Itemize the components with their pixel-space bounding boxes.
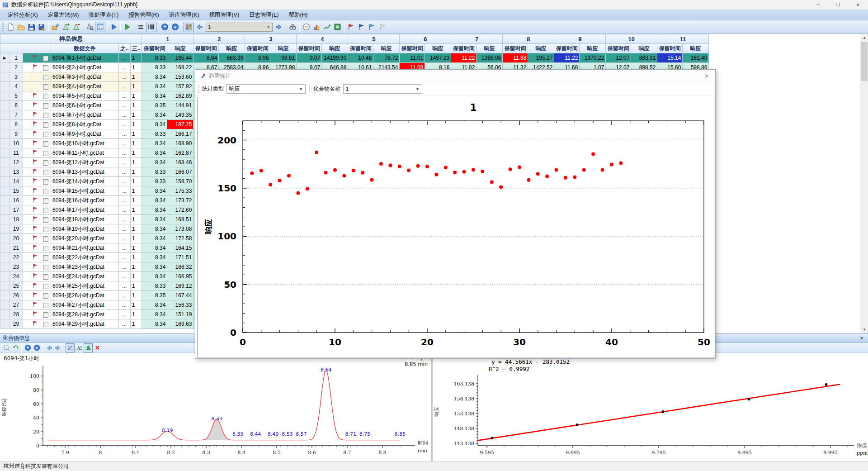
arrow-left-button[interactable]: [44, 343, 53, 352]
group-index-cell[interactable]: 1: [130, 196, 142, 205]
checkbox[interactable]: [43, 122, 48, 128]
row-marker[interactable]: [0, 291, 9, 300]
ellipsis-cell[interactable]: ...: [119, 262, 131, 272]
row-number[interactable]: 16: [9, 196, 23, 205]
response-cell[interactable]: 168.90: [167, 139, 193, 148]
row-marker[interactable]: [0, 234, 9, 243]
is-peak-button[interactable]: IS: [75, 343, 84, 352]
row-number[interactable]: 15: [9, 186, 23, 196]
row-marker[interactable]: [0, 243, 9, 253]
row-marker[interactable]: [0, 215, 9, 224]
ellipsis-cell[interactable]: ...: [119, 253, 131, 262]
row-flag[interactable]: [30, 243, 40, 253]
compound-name-select[interactable]: 1 ▼: [343, 84, 422, 94]
row-flag[interactable]: [30, 158, 40, 167]
response-cell[interactable]: 98.61: [270, 53, 297, 63]
retention-time-cell[interactable]: 11.01: [400, 53, 425, 63]
group-index-cell[interactable]: 1: [130, 272, 142, 281]
retention-time-cell[interactable]: 8.34: [142, 110, 167, 120]
group-index-cell[interactable]: 1: [130, 281, 142, 291]
response-cell[interactable]: 164.15: [167, 243, 193, 253]
run-single-button[interactable]: [108, 22, 119, 32]
row-checkbox[interactable]: [40, 224, 51, 234]
data-file-cell[interactable]: 6094-第29小时.gcDat: [51, 319, 119, 329]
menu-item[interactable]: 日志管理(L): [244, 10, 283, 20]
row-flag[interactable]: [30, 234, 40, 243]
row-checkbox[interactable]: [40, 148, 51, 158]
row-marker[interactable]: [0, 177, 9, 186]
response-cell[interactable]: 166.32: [167, 262, 193, 272]
ellipsis-cell[interactable]: ...: [119, 205, 131, 215]
data-file-cell[interactable]: 6094-第14小时.gcDat: [51, 177, 119, 186]
row-flag[interactable]: [30, 110, 40, 120]
retention-time-cell[interactable]: 8.34: [142, 224, 167, 234]
list-view-button[interactable]: [136, 22, 146, 32]
ellipsis-cell[interactable]: ...: [119, 310, 131, 319]
retention-time-cell[interactable]: 12.07: [606, 53, 631, 63]
row-flag[interactable]: [30, 196, 40, 205]
retention-time-cell[interactable]: 11.22: [451, 53, 476, 63]
group-index-cell[interactable]: 1: [130, 129, 142, 139]
row-number[interactable]: 20: [9, 234, 23, 243]
row-spacer[interactable]: [23, 291, 30, 300]
group-index-cell[interactable]: 1: [130, 72, 142, 82]
row-number[interactable]: 18: [9, 215, 23, 224]
compound-group-header[interactable]: 2: [193, 34, 245, 44]
group-index-cell[interactable]: 1: [130, 186, 142, 196]
row-spacer[interactable]: [23, 310, 30, 319]
flag-cyan-button[interactable]: [367, 22, 377, 32]
menu-item[interactable]: 批处理表(T): [84, 10, 123, 20]
next-sample-button[interactable]: [170, 22, 180, 32]
retention-time-cell[interactable]: 8.33: [142, 53, 167, 63]
row-checkbox[interactable]: [40, 253, 51, 262]
checkbox[interactable]: [43, 56, 48, 61]
data-file-cell[interactable]: 6094-第10小时.gcDat: [51, 139, 119, 148]
checkbox[interactable]: [43, 293, 48, 299]
row-marker[interactable]: [0, 205, 9, 215]
checkbox[interactable]: [43, 113, 48, 118]
row-spacer[interactable]: [23, 281, 30, 291]
ellipsis-cell[interactable]: ...: [119, 291, 131, 300]
ellipsis-cell[interactable]: ...: [119, 82, 131, 91]
checkbox[interactable]: [43, 94, 48, 99]
row-number[interactable]: 26: [9, 291, 23, 300]
row-flag[interactable]: [30, 139, 40, 148]
arrow-right-button[interactable]: [53, 343, 62, 352]
row-checkbox[interactable]: [40, 215, 51, 224]
ellipsis-cell[interactable]: ...: [119, 63, 131, 72]
ellipsis-cell[interactable]: ...: [119, 234, 131, 243]
response-cell[interactable]: 156.33: [167, 300, 193, 310]
retention-time-cell[interactable]: 8.34: [142, 120, 167, 129]
checkbox[interactable]: [43, 189, 48, 194]
checkbox[interactable]: [43, 208, 48, 213]
checkbox[interactable]: [43, 246, 48, 251]
row-checkbox[interactable]: [40, 110, 51, 120]
row-spacer[interactable]: [23, 253, 30, 262]
grid-view-button[interactable]: [184, 22, 194, 32]
response-cell[interactable]: 153.60: [167, 72, 193, 82]
menu-item[interactable]: 报告管理(R): [123, 10, 164, 20]
response-cell[interactable]: 173.08: [167, 224, 193, 234]
response-cell[interactable]: 149.35: [167, 110, 193, 120]
barcode-view-button[interactable]: [146, 22, 156, 32]
row-spacer[interactable]: [23, 196, 30, 205]
row-marker[interactable]: [0, 101, 9, 110]
response-cell[interactable]: 169.12: [167, 281, 193, 291]
find-button[interactable]: [288, 22, 298, 32]
row-checkbox[interactable]: [40, 205, 51, 215]
row-checkbox[interactable]: [40, 291, 51, 300]
row-marker[interactable]: [0, 262, 9, 272]
row-number[interactable]: 28: [9, 310, 23, 319]
row-checkbox[interactable]: [40, 63, 51, 72]
row-marker[interactable]: [0, 63, 9, 72]
row-marker[interactable]: [0, 110, 9, 120]
group-index-cell[interactable]: 1: [130, 148, 142, 158]
ellipsis-cell[interactable]: ...: [119, 224, 131, 234]
row-checkbox[interactable]: [40, 234, 51, 243]
response-cell[interactable]: 172.60: [167, 205, 193, 215]
data-file-cell[interactable]: 6094-第24小时.gcDat: [51, 272, 119, 281]
retention-time-cell[interactable]: 8.34: [142, 82, 167, 91]
row-checkbox[interactable]: [40, 129, 51, 139]
row-marker[interactable]: [0, 253, 9, 262]
data-file-cell[interactable]: 6094-第9小时.gcDat: [51, 129, 119, 139]
